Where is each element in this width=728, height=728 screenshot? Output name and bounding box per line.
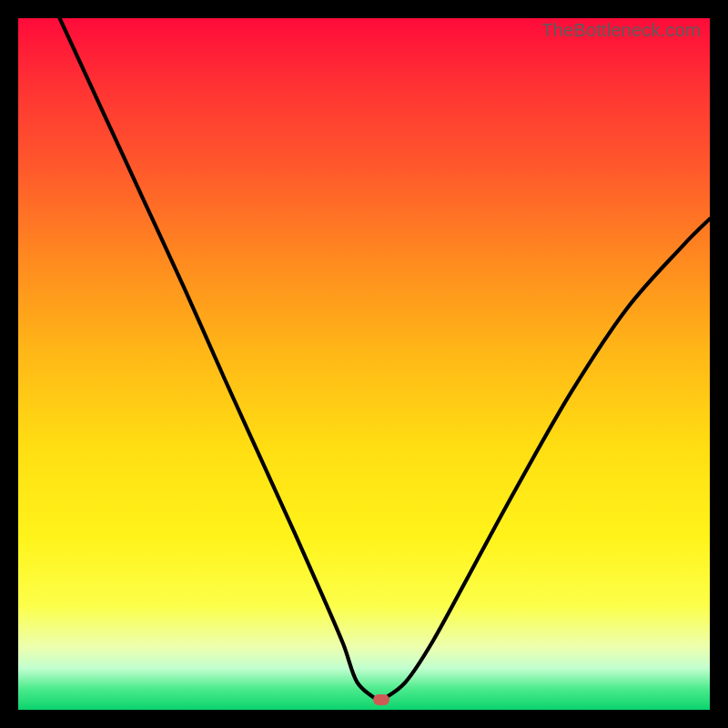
chart-frame: TheBottleneck.com (0, 0, 728, 728)
bottleneck-curve (18, 18, 710, 710)
plot-area: TheBottleneck.com (18, 18, 710, 710)
minimum-marker (373, 694, 389, 705)
